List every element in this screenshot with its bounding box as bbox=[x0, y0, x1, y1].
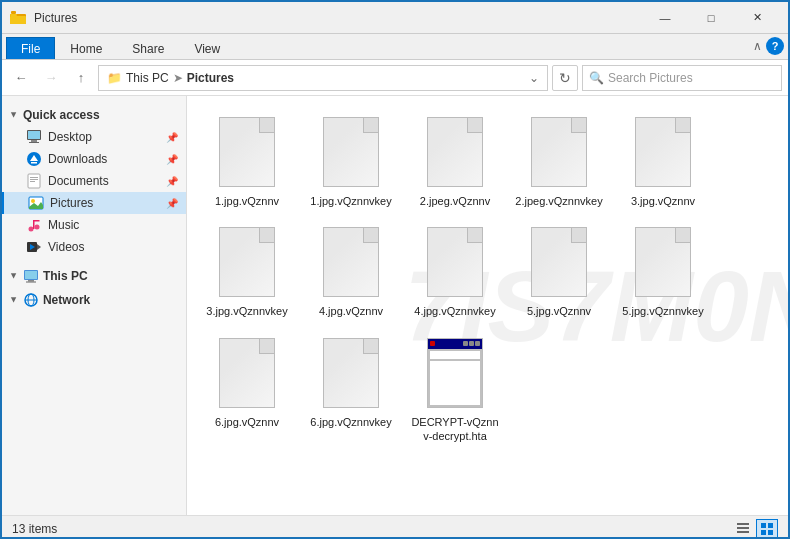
page-file-icon bbox=[319, 335, 383, 411]
svg-rect-7 bbox=[29, 142, 39, 143]
help-icon[interactable]: ? bbox=[766, 37, 784, 55]
address-folder-icon: 📁 bbox=[107, 71, 122, 85]
file-item-f2[interactable]: 1.jpg.vQznnvkey bbox=[301, 106, 401, 212]
address-path: This PC ➤ Pictures bbox=[126, 71, 234, 85]
file-item-f11[interactable]: 6.jpg.vQznnv bbox=[197, 327, 297, 448]
svg-point-16 bbox=[31, 199, 35, 203]
pictures-icon bbox=[28, 195, 44, 211]
file-name: 5.jpg.vQznnvkey bbox=[622, 304, 703, 318]
page-file-icon bbox=[423, 224, 487, 300]
quick-access-chevron: ► bbox=[9, 111, 19, 120]
svg-rect-28 bbox=[26, 282, 36, 283]
sidebar-item-videos[interactable]: Videos bbox=[2, 236, 186, 258]
page-file-icon bbox=[631, 114, 695, 190]
svg-rect-37 bbox=[761, 530, 766, 535]
sidebar-item-desktop[interactable]: Desktop 📌 bbox=[2, 126, 186, 148]
file-name: 6.jpg.vQznnv bbox=[215, 415, 279, 429]
page-file-icon bbox=[319, 224, 383, 300]
sidebar-item-music[interactable]: Music bbox=[2, 214, 186, 236]
documents-icon bbox=[26, 173, 42, 189]
svg-point-18 bbox=[29, 227, 34, 232]
back-button[interactable]: ← bbox=[8, 65, 34, 91]
file-item-f3[interactable]: 2.jpeg.vQznnv bbox=[405, 106, 505, 212]
svg-rect-35 bbox=[761, 523, 766, 528]
page-file-icon bbox=[319, 114, 383, 190]
svg-rect-36 bbox=[768, 523, 773, 528]
maximize-button[interactable]: □ bbox=[688, 2, 734, 34]
svg-rect-10 bbox=[31, 162, 37, 164]
svg-rect-33 bbox=[737, 527, 749, 529]
thispc-icon bbox=[23, 268, 39, 284]
search-placeholder: Search Pictures bbox=[608, 71, 693, 85]
file-item-f10[interactable]: 5.jpg.vQznnvkey bbox=[613, 216, 713, 322]
file-name: 2.jpeg.vQznnv bbox=[420, 194, 490, 208]
desktop-pin-icon: 📌 bbox=[166, 132, 178, 143]
title-bar-controls: — □ ✕ bbox=[642, 2, 780, 34]
videos-label: Videos bbox=[48, 240, 84, 254]
sidebar-thispc-header[interactable]: ► This PC bbox=[2, 264, 186, 288]
sidebar-item-downloads[interactable]: Downloads 📌 bbox=[2, 148, 186, 170]
svg-rect-2 bbox=[10, 16, 26, 24]
address-bar[interactable]: 📁 This PC ➤ Pictures ⌄ bbox=[98, 65, 548, 91]
file-name: DECRYPT-vQznn v-decrypt.hta bbox=[409, 415, 501, 444]
tab-file[interactable]: File bbox=[6, 37, 55, 59]
forward-button[interactable]: → bbox=[38, 65, 64, 91]
sidebar: ► Quick access Desktop 📌 bbox=[2, 96, 187, 515]
file-name: 3.jpg.vQznnvkey bbox=[206, 304, 287, 318]
file-item-f4[interactable]: 2.jpeg.vQznnvkey bbox=[509, 106, 609, 212]
ribbon-chevron: ∧ ? bbox=[753, 37, 784, 59]
path-pictures[interactable]: Pictures bbox=[187, 71, 234, 85]
documents-label: Documents bbox=[48, 174, 109, 188]
sidebar-item-pictures[interactable]: Pictures 📌 bbox=[2, 192, 186, 214]
quick-access-label: Quick access bbox=[23, 108, 100, 122]
videos-icon bbox=[26, 239, 42, 255]
downloads-icon bbox=[26, 151, 42, 167]
file-item-f7[interactable]: 4.jpg.vQznnv bbox=[301, 216, 401, 322]
search-box[interactable]: 🔍 Search Pictures bbox=[582, 65, 782, 91]
sidebar-network-header[interactable]: ► Network bbox=[2, 288, 186, 312]
tab-view[interactable]: View bbox=[179, 37, 235, 59]
tab-home[interactable]: Home bbox=[55, 37, 117, 59]
path-this-pc[interactable]: This PC bbox=[126, 71, 169, 85]
network-icon bbox=[23, 292, 39, 308]
network-label: Network bbox=[43, 293, 90, 307]
list-view-button[interactable] bbox=[732, 519, 754, 539]
documents-pin-icon: 📌 bbox=[166, 176, 178, 187]
svg-point-19 bbox=[35, 225, 40, 230]
status-bar: 13 items bbox=[2, 515, 788, 539]
file-item-f8[interactable]: 4.jpg.vQznnvkey bbox=[405, 216, 505, 322]
file-item-f9[interactable]: 5.jpg.vQznnv bbox=[509, 216, 609, 322]
refresh-button[interactable]: ↻ bbox=[552, 65, 578, 91]
svg-rect-14 bbox=[30, 181, 35, 182]
file-name: 3.jpg.vQznnv bbox=[631, 194, 695, 208]
title-bar: Pictures — □ ✕ bbox=[2, 2, 788, 34]
file-item-f13[interactable]: DECRYPT-vQznn v-decrypt.hta bbox=[405, 327, 505, 448]
close-button[interactable]: ✕ bbox=[734, 2, 780, 34]
up-button[interactable]: ↑ bbox=[68, 65, 94, 91]
address-dropdown-icon[interactable]: ⌄ bbox=[529, 71, 539, 85]
file-item-f12[interactable]: 6.jpg.vQznnvkey bbox=[301, 327, 401, 448]
tab-share[interactable]: Share bbox=[117, 37, 179, 59]
sidebar-item-documents[interactable]: Documents 📌 bbox=[2, 170, 186, 192]
file-name: 1.jpg.vQznnv bbox=[215, 194, 279, 208]
file-item-f6[interactable]: 3.jpg.vQznnvkey bbox=[197, 216, 297, 322]
svg-rect-32 bbox=[737, 523, 749, 525]
sidebar-quick-access-header[interactable]: ► Quick access bbox=[2, 104, 186, 126]
file-item-f5[interactable]: 3.jpg.vQznnv bbox=[613, 106, 713, 212]
file-item-f1[interactable]: 1.jpg.vQznnv bbox=[197, 106, 297, 212]
network-chevron: ► bbox=[9, 296, 19, 305]
svg-rect-5 bbox=[28, 131, 40, 139]
minimize-button[interactable]: — bbox=[642, 2, 688, 34]
thispc-label: This PC bbox=[43, 269, 88, 283]
svg-rect-12 bbox=[30, 177, 38, 178]
chevron-icon[interactable]: ∧ bbox=[753, 39, 762, 53]
svg-rect-26 bbox=[25, 271, 37, 279]
desktop-label: Desktop bbox=[48, 130, 92, 144]
page-file-icon bbox=[423, 114, 487, 190]
address-bar-row: ← → ↑ 📁 This PC ➤ Pictures ⌄ ↻ 🔍 Search … bbox=[2, 60, 788, 96]
svg-rect-27 bbox=[28, 280, 34, 282]
downloads-pin-icon: 📌 bbox=[166, 154, 178, 165]
thispc-chevron: ► bbox=[9, 272, 19, 281]
window-title: Pictures bbox=[34, 11, 642, 25]
grid-view-button[interactable] bbox=[756, 519, 778, 539]
